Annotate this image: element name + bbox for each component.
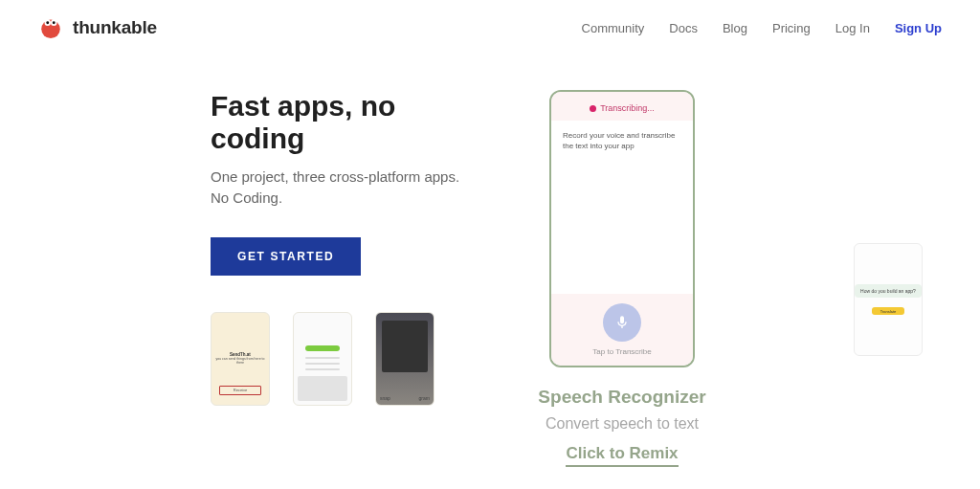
microphone-icon bbox=[603, 303, 641, 342]
thunkable-logo-icon bbox=[38, 15, 63, 40]
thumb-sub: you can send things from here to there bbox=[212, 357, 269, 365]
translator-bubble: How do you build an app? bbox=[855, 284, 922, 298]
tap-to-transcribe-label: Tap to Transcribe bbox=[592, 347, 651, 356]
thumb-green-button bbox=[305, 345, 340, 351]
recording-dot-icon bbox=[590, 105, 596, 112]
svg-point-0 bbox=[41, 20, 60, 39]
featured-template-column: Transcribing... Record your voice and tr… bbox=[517, 90, 727, 467]
featured-caption: Speech Recognizer Convert speech to text… bbox=[538, 387, 705, 467]
nav-blog[interactable]: Blog bbox=[723, 21, 747, 35]
thumbnail-snapgram[interactable]: snap gram bbox=[375, 312, 434, 406]
phone-status-text: Transcribing... bbox=[600, 103, 655, 113]
main-nav: Community Docs Blog Pricing Log In Sign … bbox=[582, 21, 942, 35]
thumbnail-keyboard[interactable] bbox=[293, 312, 352, 406]
brand-name: thunkable bbox=[73, 17, 157, 38]
translator-button: Translate bbox=[872, 307, 904, 315]
featured-subtitle: Convert speech to text bbox=[538, 413, 705, 434]
nav-pricing[interactable]: Pricing bbox=[772, 21, 811, 35]
featured-phone-mock[interactable]: Transcribing... Record your voice and tr… bbox=[549, 90, 695, 367]
site-header: thunkable Community Docs Blog Pricing Lo… bbox=[0, 0, 980, 52]
phone-description: Record your voice and transcribe the tex… bbox=[551, 121, 693, 161]
thumb-photo-left: snap bbox=[380, 395, 390, 401]
thumbnail-translator[interactable]: How do you build an app? Translate bbox=[854, 243, 923, 356]
hero-text-column: Fast apps, no coding One project, three … bbox=[211, 90, 479, 467]
svg-point-4 bbox=[53, 21, 56, 24]
template-thumbnails: SendTh.at you can send things from here … bbox=[211, 312, 479, 406]
nav-login[interactable]: Log In bbox=[835, 21, 870, 35]
click-to-remix-link[interactable]: Click to Remix bbox=[566, 444, 678, 467]
right-phone-column: How do you build an app? Translate bbox=[854, 243, 923, 356]
nav-docs[interactable]: Docs bbox=[669, 21, 698, 35]
thumb-photo-right: gram bbox=[419, 395, 430, 401]
hero-section: Fast apps, no coding One project, three … bbox=[0, 52, 980, 467]
get-started-button[interactable]: GET STARTED bbox=[211, 237, 361, 276]
hero-subtitle: One project, three cross-platform apps. … bbox=[211, 167, 479, 209]
nav-community[interactable]: Community bbox=[582, 21, 645, 35]
nav-signup[interactable]: Sign Up bbox=[895, 21, 942, 35]
phone-mic-area: Tap to Transcribe bbox=[551, 294, 693, 366]
svg-point-3 bbox=[46, 21, 49, 24]
thumb-receive-box: Receive bbox=[219, 386, 261, 395]
brand[interactable]: thunkable bbox=[38, 15, 157, 40]
phone-status-bar: Transcribing... bbox=[551, 92, 693, 121]
thumbnail-sendthat[interactable]: SendTh.at you can send things from here … bbox=[211, 312, 270, 406]
keyboard-icon bbox=[298, 376, 347, 401]
featured-title: Speech Recognizer bbox=[538, 387, 705, 408]
hero-title: Fast apps, no coding bbox=[211, 90, 479, 155]
